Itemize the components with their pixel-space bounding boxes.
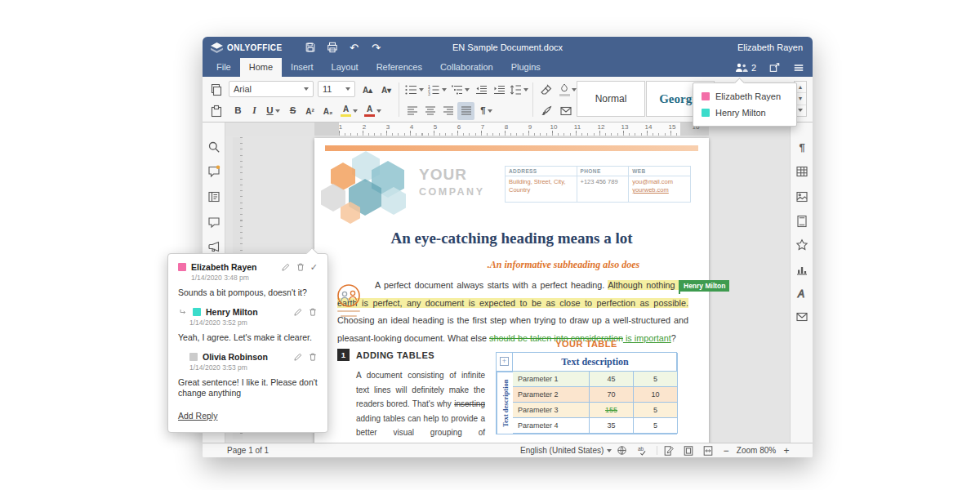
line-spacing-button[interactable]: [508, 81, 529, 99]
delete-comment-icon[interactable]: [308, 352, 318, 362]
user-list-item[interactable]: Henry Milton: [693, 105, 796, 121]
table-move-handle[interactable]: +: [500, 357, 509, 366]
decrease-font-button[interactable]: A▾: [377, 81, 395, 99]
chat-panel-button[interactable]: [205, 213, 223, 231]
chart-settings-button[interactable]: [793, 261, 811, 278]
bold-icon: B: [234, 106, 241, 116]
tab-collaboration[interactable]: Collaboration: [431, 58, 502, 77]
open-file-location-button[interactable]: [768, 62, 781, 74]
search-button[interactable]: [205, 138, 223, 156]
table-icon: [795, 165, 808, 178]
comment-reply-header: Olivia Robinson: [189, 352, 318, 362]
language-selector[interactable]: English (United States): [520, 443, 612, 457]
underline-button[interactable]: U: [263, 102, 283, 120]
save-button[interactable]: [303, 39, 318, 56]
tab-insert[interactable]: Insert: [282, 58, 323, 77]
tab-file[interactable]: File: [207, 58, 240, 77]
align-left-button[interactable]: [403, 102, 421, 120]
edit-comment-icon[interactable]: [293, 307, 303, 317]
font-color-button[interactable]: A: [362, 102, 384, 120]
decrease-font-icon: A▾: [381, 86, 391, 95]
highlight-color-button[interactable]: A: [338, 102, 360, 120]
increase-indent-button[interactable]: [490, 81, 507, 99]
ruler-number: 4: [410, 123, 413, 131]
page-indicator[interactable]: Page 1 of 1: [227, 443, 269, 457]
paragraph-settings-button[interactable]: ¶: [793, 138, 811, 156]
table-header-cell: Text description: [513, 353, 678, 372]
table-cell: Parameter 3: [513, 403, 590, 418]
copy-style-button[interactable]: [537, 102, 555, 120]
spellcheck-button[interactable]: ab: [637, 443, 648, 457]
mail-merge-icon: [795, 310, 808, 323]
bullets-button[interactable]: [403, 81, 425, 99]
zoom-out-button[interactable]: −: [720, 443, 732, 457]
resolve-comment-icon[interactable]: ✓: [310, 263, 318, 272]
document-page[interactable]: YOUR COMPANY ADDRESS PHONE WEB Building,…: [314, 138, 709, 443]
track-changes-button[interactable]: [663, 443, 675, 457]
text-art-settings-button[interactable]: A: [793, 284, 811, 302]
bold-button[interactable]: B: [230, 102, 246, 120]
tab-plugins[interactable]: Plugins: [502, 58, 550, 77]
strikeout-button[interactable]: S: [285, 102, 301, 120]
zoom-in-button[interactable]: +: [781, 443, 792, 457]
style-normal[interactable]: Normal: [577, 81, 645, 117]
main-menu-button[interactable]: [793, 62, 804, 74]
shape-settings-button[interactable]: [793, 236, 811, 254]
image-settings-button[interactable]: [793, 188, 811, 206]
zoom-level[interactable]: Zoom 80%: [733, 443, 779, 457]
users-list-button[interactable]: 2: [735, 62, 756, 74]
decrease-indent-button[interactable]: [472, 81, 489, 99]
multilevel-list-icon: [450, 83, 463, 96]
italic-button[interactable]: I: [247, 102, 262, 120]
tab-references[interactable]: References: [368, 58, 431, 77]
web-link[interactable]: yourweb.com: [632, 186, 669, 194]
delete-comment-icon[interactable]: [308, 307, 318, 317]
chevron-down-icon: [353, 109, 358, 113]
copy-button[interactable]: [207, 81, 225, 99]
tab-home[interactable]: Home: [240, 58, 282, 77]
navigation-icon: [207, 190, 220, 203]
mail-merge-settings-button[interactable]: [793, 308, 811, 326]
paste-button[interactable]: [207, 102, 225, 120]
align-justify-icon: [460, 105, 473, 118]
author-color-swatch: [189, 353, 198, 361]
align-right-button[interactable]: [439, 102, 457, 120]
header-footer-settings-button[interactable]: [793, 212, 811, 230]
nonprinting-characters-button[interactable]: ¶: [476, 102, 497, 120]
redo-button[interactable]: ↷: [369, 39, 384, 56]
table-cell: 70: [590, 387, 634, 403]
print-icon: [327, 42, 338, 53]
tab-layout[interactable]: Layout: [323, 58, 368, 77]
edit-comment-icon[interactable]: [293, 352, 303, 362]
navigation-panel-button[interactable]: [205, 188, 223, 206]
fit-width-button[interactable]: [702, 443, 714, 457]
undo-button[interactable]: ↶: [347, 39, 362, 56]
font-name-select[interactable]: Arial: [229, 81, 314, 97]
user-list-item[interactable]: Elizabeth Rayen: [693, 88, 796, 105]
edit-comment-icon[interactable]: [281, 262, 291, 272]
ruler-number: 13: [621, 123, 629, 131]
mail-merge-toolbar-button[interactable]: [557, 102, 575, 120]
numbering-button[interactable]: 123: [426, 81, 448, 99]
superscript-button[interactable]: A²: [301, 102, 318, 120]
hamburger-icon: [793, 62, 804, 74]
table-settings-button[interactable]: [793, 163, 811, 180]
align-center-button[interactable]: [421, 102, 439, 120]
add-reply-link[interactable]: Add Reply: [178, 411, 217, 421]
shading-button[interactable]: [557, 81, 578, 99]
set-language-button[interactable]: [617, 443, 627, 457]
delete-comment-icon[interactable]: [296, 262, 305, 272]
clear-style-button[interactable]: [537, 81, 555, 99]
align-justify-button[interactable]: [457, 102, 474, 120]
comments-panel-button[interactable]: [205, 163, 223, 180]
fit-page-button[interactable]: [683, 443, 694, 457]
document-paragraph: A perfect document always starts with a …: [337, 277, 688, 347]
subscript-button[interactable]: A₂: [319, 102, 336, 120]
ruler-ticks: [339, 122, 680, 136]
text-art-icon: A: [795, 287, 808, 300]
logo-text: ONLYOFFICE: [227, 43, 283, 52]
increase-font-button[interactable]: A▴: [359, 81, 376, 99]
multilevel-list-button[interactable]: [449, 81, 470, 99]
font-size-select[interactable]: 11: [318, 81, 355, 97]
print-button[interactable]: [325, 39, 340, 56]
